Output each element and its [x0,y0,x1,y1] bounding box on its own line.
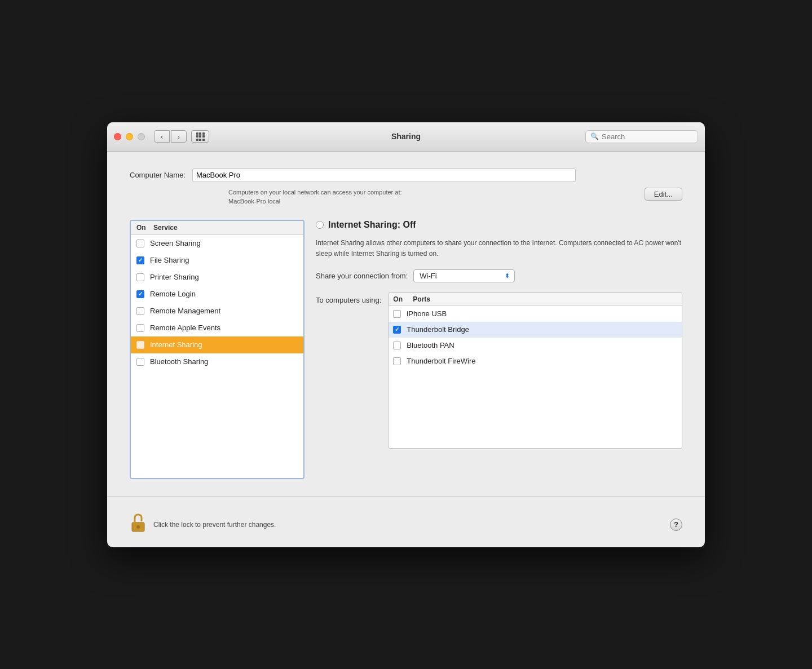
sharing-title-row: Internet Sharing: Off [316,220,682,230]
checkbox-file-sharing[interactable] [136,256,144,264]
search-input[interactable] [602,132,693,141]
dropdown-value: Wi-Fi [420,272,436,280]
ports-row-thunderbolt-firewire[interactable]: Thunderbolt FireWire [389,353,682,369]
nav-buttons: ‹ › [154,130,187,143]
port-name-thunderbolt-bridge: Thunderbolt Bridge [407,325,469,334]
ports-header: On Ports [389,293,682,306]
lock-text: Click the lock to prevent further change… [153,521,276,529]
list-item-internet-sharing[interactable]: Internet Sharing [131,336,303,353]
port-name-iphone-usb: iPhone USB [407,309,447,318]
item-label-bluetooth-sharing: Bluetooth Sharing [150,357,208,366]
right-panel: Internet Sharing: Off Internet Sharing a… [316,220,682,449]
list-item-screen-sharing[interactable]: Screen Sharing [131,235,303,252]
item-label-printer-sharing: Printer Sharing [150,273,199,281]
list-header-on: On [136,224,153,232]
sharing-title: Internet Sharing: Off [328,220,416,230]
close-button[interactable] [114,133,121,140]
item-label-remote-login: Remote Login [150,290,196,298]
back-button[interactable]: ‹ [154,130,170,143]
share-from-row: Share your connection from: Wi-Fi ⬍ [316,269,682,282]
sharing-description: Internet Sharing allows other computers … [316,238,682,259]
chevron-updown-icon: ⬍ [505,272,510,280]
port-name-thunderbolt-firewire: Thunderbolt FireWire [407,357,475,365]
maximize-button[interactable] [138,133,145,140]
forward-icon: › [178,132,180,141]
lock-svg [130,513,146,533]
computer-name-label: Computer Name: [130,171,186,179]
checkbox-remote-apple-events[interactable] [136,324,144,332]
ports-spacer [389,369,682,448]
computer-name-row: Computer Name: [130,169,682,182]
to-computers-label: To computers using: [316,293,381,304]
connection-dropdown[interactable]: Wi-Fi ⬍ [413,269,515,282]
grid-button[interactable] [191,130,209,143]
list-item-remote-apple-events[interactable]: Remote Apple Events [131,320,303,336]
ports-row-thunderbolt-bridge[interactable]: Thunderbolt Bridge [389,322,682,338]
traffic-lights [114,133,145,140]
local-address-text: Computers on your local network can acce… [228,188,402,206]
minimize-button[interactable] [126,133,133,140]
window-title: Sharing [391,132,421,141]
checkbox-internet-sharing[interactable] [136,341,144,349]
svg-point-1 [136,525,140,529]
titlebar: ‹ › Sharing 🔍 [107,122,705,152]
list-item-printer-sharing[interactable]: Printer Sharing [131,269,303,286]
separator [107,496,705,497]
list-item-file-sharing[interactable]: File Sharing [131,252,303,269]
back-icon: ‹ [161,132,163,141]
item-label-file-sharing: File Sharing [150,256,189,264]
checkbox-printer-sharing[interactable] [136,273,144,281]
bottom-bar: Click the lock to prevent further change… [107,502,705,547]
ports-row-bluetooth-pan[interactable]: Bluetooth PAN [389,338,682,353]
item-label-remote-management: Remote Management [150,307,220,315]
list-item-remote-management[interactable]: Remote Management [131,303,303,320]
grid-icon [196,132,205,141]
checkbox-remote-login[interactable] [136,290,144,298]
help-button[interactable]: ? [670,519,682,531]
port-checkbox-thunderbolt-firewire[interactable] [393,357,401,365]
list-item-bluetooth-sharing[interactable]: Bluetooth Sharing [131,353,303,370]
checkbox-screen-sharing[interactable] [136,240,144,247]
ports-table: On Ports iPhone USB Thunderbolt Bridge [388,293,682,449]
list-header: On Service [131,221,303,235]
ports-header-on: On [393,295,413,303]
main-panel: On Service Screen Sharing File Sharing P… [130,220,682,479]
port-name-bluetooth-pan: Bluetooth PAN [407,341,454,349]
checkbox-bluetooth-sharing[interactable] [136,358,144,366]
ports-row-iphone-usb[interactable]: iPhone USB [389,306,682,322]
forward-button[interactable]: › [171,130,187,143]
port-checkbox-thunderbolt-bridge[interactable] [393,326,401,334]
port-checkbox-bluetooth-pan[interactable] [393,342,401,349]
ports-header-ports: Ports [413,295,430,303]
local-address-row: Computers on your local network can acce… [228,188,682,206]
lock-icon[interactable] [130,513,147,536]
item-label-remote-apple-events: Remote Apple Events [150,324,220,332]
list-item-remote-login[interactable]: Remote Login [131,286,303,303]
sharing-toggle-radio[interactable] [316,221,324,229]
main-window: ‹ › Sharing 🔍 Computer Name: [107,122,705,547]
search-icon: 🔍 [590,132,599,140]
service-list: On Service Screen Sharing File Sharing P… [130,220,304,479]
to-computers-row: To computers using: On Ports iPhone USB [316,293,682,449]
item-label-internet-sharing: Internet Sharing [150,340,202,349]
edit-button[interactable]: Edit... [645,188,682,201]
item-label-screen-sharing: Screen Sharing [150,239,201,247]
share-from-label: Share your connection from: [316,272,408,280]
port-checkbox-iphone-usb[interactable] [393,310,401,318]
content-area: Computer Name: Computers on your local n… [107,152,705,496]
computer-name-input[interactable] [192,169,576,182]
list-header-service: Service [153,224,178,232]
search-box[interactable]: 🔍 [585,130,698,143]
checkbox-remote-management[interactable] [136,307,144,315]
